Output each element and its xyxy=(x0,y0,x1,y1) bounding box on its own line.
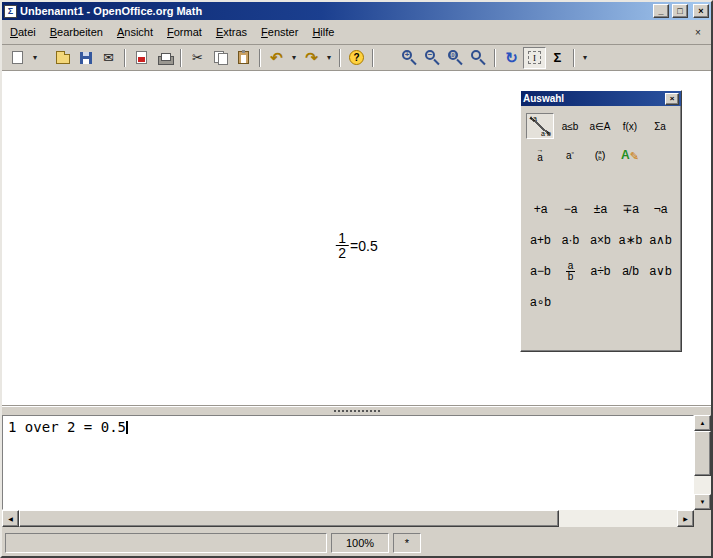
cut-button[interactable]: ✂ xyxy=(186,47,209,69)
redo-icon: ↷ xyxy=(305,50,318,65)
op-circ[interactable]: a∘b xyxy=(526,287,555,317)
category-brackets[interactable]: ( a b ) xyxy=(586,142,614,168)
app-icon: Σ xyxy=(4,5,17,18)
formula-cursor-button[interactable]: I xyxy=(523,47,546,69)
paste-button[interactable] xyxy=(232,47,255,69)
op-asterisk[interactable]: a∗b xyxy=(616,225,645,255)
arrow-down-icon: ▼ xyxy=(700,499,706,505)
category-unary-binary[interactable]: +a a·b xyxy=(526,113,554,139)
zoom-100-icon: 100 xyxy=(448,50,463,65)
op-unary-plus[interactable]: +a xyxy=(526,194,555,224)
functions-icon: f(x) xyxy=(623,121,637,132)
palette-title-bar[interactable]: Auswahl × xyxy=(521,91,681,106)
fraction-denominator: 2 xyxy=(335,245,349,261)
vertical-scrollbar[interactable]: ▲ ▼ xyxy=(694,415,711,510)
maximize-button[interactable]: □ xyxy=(672,4,688,18)
close-button[interactable]: × xyxy=(693,4,709,18)
zoom-all-button[interactable] xyxy=(467,47,490,69)
op-minus-plus[interactable]: ∓a xyxy=(616,194,645,224)
document-close-button[interactable]: × xyxy=(690,24,706,40)
menu-bearbeiten[interactable]: Bearbeiten xyxy=(43,22,110,42)
category-others[interactable]: A ✎ xyxy=(616,142,644,168)
toolbar-separator xyxy=(339,49,341,67)
fraction-op-icon: a b xyxy=(566,261,576,282)
status-zoom-field[interactable]: 100% xyxy=(331,533,389,553)
email-button[interactable]: ✉ xyxy=(97,47,120,69)
menu-hilfe[interactable]: Hilfe xyxy=(305,22,341,42)
symbols-catalog-button[interactable]: Σ xyxy=(546,47,569,69)
category-formats[interactable]: a▫ xyxy=(556,142,584,168)
op-unary-minus[interactable]: −a xyxy=(556,194,585,224)
command-input[interactable]: 1 over 2 = 0.5 xyxy=(2,415,694,510)
op-and[interactable]: a∧b xyxy=(646,225,675,255)
minimize-button[interactable]: _ xyxy=(653,4,669,18)
op-or[interactable]: a∨b xyxy=(646,256,675,286)
menu-extras[interactable]: Extras xyxy=(209,22,254,42)
op-times[interactable]: a×b xyxy=(586,225,615,255)
title-bar[interactable]: Σ Unbenannt1 - OpenOffice.org Math _ □ × xyxy=(2,2,711,20)
refresh-button[interactable]: ↻ xyxy=(500,47,523,69)
zoom-in-button[interactable]: + xyxy=(398,47,421,69)
help-icon: ? xyxy=(349,50,364,65)
menu-ansicht[interactable]: Ansicht xyxy=(110,22,160,42)
open-button[interactable] xyxy=(51,47,74,69)
palette-close-button[interactable]: × xyxy=(665,93,679,105)
new-document-dropdown[interactable]: ▾ xyxy=(29,47,41,69)
op-fraction[interactable]: a b xyxy=(556,256,585,286)
command-window: 1 over 2 = 0.5 ▲ ▼ ◀ xyxy=(2,415,711,527)
zoom-out-button[interactable]: − xyxy=(421,47,444,69)
new-document-button[interactable] xyxy=(6,47,29,69)
vertical-scroll-thumb[interactable] xyxy=(694,431,711,476)
menu-fenster[interactable]: Fenster xyxy=(254,22,305,42)
scroll-right-button[interactable]: ▶ xyxy=(677,510,694,527)
category-set-operations[interactable]: a∈A xyxy=(586,113,614,139)
zoom-100-button[interactable]: 100 xyxy=(444,47,467,69)
splitter-handle[interactable] xyxy=(2,406,711,415)
category-functions[interactable]: f(x) xyxy=(616,113,644,139)
print-button[interactable] xyxy=(153,47,176,69)
undo-dropdown[interactable]: ▾ xyxy=(288,47,300,69)
chevron-down-icon: ▾ xyxy=(33,53,37,62)
copy-button[interactable] xyxy=(209,47,232,69)
op-not[interactable]: ¬a xyxy=(646,194,675,224)
op-subtract[interactable]: a−b xyxy=(526,256,555,286)
menu-format[interactable]: Format xyxy=(160,22,209,42)
horizontal-scroll-track[interactable] xyxy=(19,510,677,527)
redo-dropdown[interactable]: ▾ xyxy=(323,47,335,69)
redo-button[interactable]: ↷ xyxy=(300,47,323,69)
scroll-down-button[interactable]: ▼ xyxy=(694,494,711,510)
undo-button[interactable]: ↶ xyxy=(265,47,288,69)
horizontal-scrollbar[interactable]: ◀ ▶ xyxy=(2,510,694,527)
formula-rest: =0.5 xyxy=(350,238,378,254)
printer-icon xyxy=(158,53,172,65)
menu-bar: Datei Bearbeiten Ansicht Format Extras F… xyxy=(2,20,711,45)
scroll-up-button[interactable]: ▲ xyxy=(694,415,711,431)
toolbar-options-button[interactable]: ▾ xyxy=(579,47,591,69)
save-button[interactable] xyxy=(74,47,97,69)
op-cdot[interactable]: a·b xyxy=(556,225,585,255)
command-text: 1 over 2 = 0.5 xyxy=(8,419,126,435)
status-message-field xyxy=(5,533,327,553)
scroll-left-button[interactable]: ◀ xyxy=(2,510,19,527)
menu-datei[interactable]: Datei xyxy=(3,22,43,42)
help-button[interactable]: ? xyxy=(345,47,368,69)
fraction-numerator: 1 xyxy=(335,231,349,245)
toolbar-separator xyxy=(124,49,126,67)
export-pdf-button[interactable] xyxy=(130,47,153,69)
category-attributes[interactable]: → a xyxy=(526,142,554,168)
op-plus-minus[interactable]: ±a xyxy=(586,194,615,224)
op-slash[interactable]: a/b xyxy=(616,256,645,286)
op-add[interactable]: a+b xyxy=(526,225,555,255)
toolbar-separator xyxy=(372,49,374,67)
horizontal-scroll-thumb[interactable] xyxy=(19,510,559,527)
new-document-icon xyxy=(12,51,23,64)
brackets-icon: ( a b ) xyxy=(595,149,606,161)
category-operators[interactable]: Σa xyxy=(646,113,674,139)
vertical-scroll-track[interactable] xyxy=(694,431,711,494)
attributes-icon: → a xyxy=(537,147,544,163)
status-bar: 100% * xyxy=(2,527,711,556)
category-relations[interactable]: a≤b xyxy=(556,113,584,139)
arrow-up-icon: ▲ xyxy=(700,420,706,426)
op-divide[interactable]: a÷b xyxy=(586,256,615,286)
toolbar-separator xyxy=(573,49,575,67)
